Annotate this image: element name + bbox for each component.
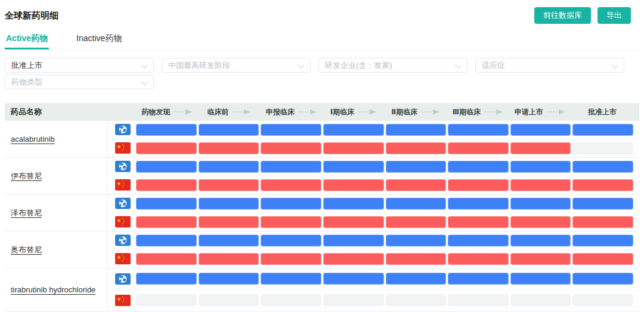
- filter-dropdown-label: 批准上市: [11, 60, 142, 71]
- drug-name-link[interactable]: tirabrutinib hydrochloride: [11, 285, 95, 294]
- filter-dropdown[interactable]: 适应症: [475, 58, 624, 73]
- global-bar-line: [108, 269, 639, 290]
- filter-area: 批准上市 中国最高研发阶段 研发企业(含：首家) 适应症 药物类型: [5, 58, 639, 89]
- stage-segment: [136, 273, 197, 285]
- stage-segment: [448, 179, 509, 191]
- stage-segment: [261, 253, 321, 265]
- stage-segment: [199, 124, 259, 136]
- stage-segment: [136, 142, 197, 154]
- stage-segment: [448, 161, 509, 173]
- stage-segment: [386, 294, 447, 306]
- china-progress-bar: [136, 253, 633, 265]
- stage-segment: [572, 142, 633, 154]
- stage-segment: [510, 216, 571, 228]
- stage-segment: [323, 142, 384, 154]
- drug-name-cell: tirabrutinib hydrochloride: [5, 269, 108, 311]
- stage-label: 药物发现: [141, 107, 170, 117]
- stage-arrow-icon: [547, 109, 566, 115]
- filter-row-1: 批准上市 中国最高研发阶段 研发企业(含：首家) 适应症: [5, 58, 639, 73]
- filter-dropdown[interactable]: 研发企业(含：首家): [318, 58, 467, 73]
- stage-label: 申报临床: [266, 107, 295, 117]
- globe-icon: [115, 161, 131, 172]
- tab-inactive-drugs[interactable]: Inactive药物: [75, 31, 123, 49]
- stage-header-cell: 申报临床: [261, 107, 323, 117]
- stage-segment: [136, 235, 197, 247]
- stage-arrow-icon: [484, 109, 503, 115]
- stage-segment: [261, 142, 321, 154]
- china-flag-icon: [115, 216, 131, 227]
- stage-segment: [510, 142, 571, 154]
- table-header-row: 药品名称 药物发现 临床前 申报临床 Ⅰ期临床 Ⅱ期临床 Ⅲ期临床: [5, 103, 639, 121]
- chevron-down-icon: [456, 63, 461, 68]
- stage-segment: [448, 273, 509, 285]
- filter-dropdown[interactable]: 药物类型: [5, 74, 154, 89]
- filter-dropdown-label: 中国最高研发阶段: [168, 60, 299, 71]
- stage-segment: [199, 253, 259, 265]
- stage-segment: [572, 294, 633, 306]
- filter-dropdown[interactable]: 中国最高研发阶段: [162, 58, 311, 73]
- stage-segment: [572, 253, 633, 265]
- globe-icon: [115, 273, 131, 285]
- china-progress-bar: [136, 216, 633, 228]
- stage-segment: [510, 124, 571, 136]
- stage-segment: [323, 294, 384, 306]
- global-new-drug-panel: 全球新药明细 前往数据库 导出 Active药物Inactive药物 批准上市 …: [0, 0, 644, 311]
- stage-segment: [261, 198, 321, 210]
- china-flag-icon: [115, 179, 131, 191]
- global-bar-line: [108, 121, 639, 139]
- global-progress-bar: [136, 198, 633, 210]
- china-bar-line: [108, 139, 639, 158]
- filter-dropdown[interactable]: 批准上市: [5, 58, 154, 73]
- stage-segment: [386, 198, 447, 210]
- stage-segment: [448, 253, 509, 265]
- drug-name-cell: 泽布替尼: [5, 195, 108, 231]
- stage-segment: [199, 273, 259, 285]
- china-bar-line: [108, 213, 639, 232]
- stage-segment: [572, 273, 633, 285]
- stage-segment: [386, 124, 447, 136]
- page-title: 全球新药明细: [5, 10, 58, 21]
- progress-bars: [108, 158, 639, 194]
- stage-header-strip: 药物发现 临床前 申报临床 Ⅰ期临床 Ⅱ期临床 Ⅲ期临床: [108, 107, 639, 117]
- table-row: tirabrutinib hydrochloride: [5, 269, 639, 311]
- stage-label: Ⅲ期临床: [453, 107, 481, 117]
- stage-segment: [199, 179, 259, 191]
- stage-segment: [323, 216, 384, 228]
- drug-name-link[interactable]: 伊布替尼: [11, 171, 42, 182]
- drug-name-link[interactable]: 奥布替尼: [11, 245, 42, 255]
- stage-arrow-icon: [298, 109, 317, 115]
- stage-segment: [323, 253, 384, 265]
- export-button[interactable]: 导出: [597, 7, 631, 24]
- stage-segment: [261, 124, 321, 136]
- table-body: acalabrutinib: [5, 121, 639, 311]
- drug-name-link[interactable]: acalabrutinib: [11, 135, 55, 143]
- global-progress-bar: [136, 273, 633, 285]
- stage-segment: [572, 179, 633, 191]
- drug-name-cell: 伊布替尼: [5, 158, 108, 194]
- stage-segment: [199, 161, 259, 173]
- stage-segment: [323, 124, 384, 136]
- global-bar-line: [108, 158, 639, 176]
- stage-segment: [199, 294, 259, 306]
- china-flag-icon: [115, 253, 131, 264]
- drug-name-link[interactable]: 泽布替尼: [11, 208, 42, 219]
- tab-active-drugs[interactable]: Active药物: [5, 31, 49, 49]
- stage-segment: [448, 216, 509, 228]
- stage-arrow-icon: [421, 109, 440, 115]
- stage-segment: [386, 161, 447, 173]
- stage-segment: [448, 235, 509, 247]
- stage-header-cell: Ⅲ期临床: [447, 107, 509, 117]
- progress-bars: [108, 269, 639, 311]
- stage-segment: [386, 216, 447, 228]
- column-header-drug-name: 药品名称: [5, 107, 108, 117]
- stage-label: Ⅰ期临床: [330, 107, 354, 117]
- stage-segment: [448, 294, 509, 306]
- stage-segment: [199, 198, 259, 210]
- stage-label: Ⅱ期临床: [391, 107, 417, 117]
- stage-segment: [510, 161, 571, 173]
- chevron-down-icon: [299, 63, 304, 68]
- table-row: 奥布替尼: [5, 232, 639, 269]
- global-progress-bar: [136, 161, 633, 173]
- stage-segment: [261, 179, 321, 191]
- go-to-database-button[interactable]: 前往数据库: [534, 7, 591, 24]
